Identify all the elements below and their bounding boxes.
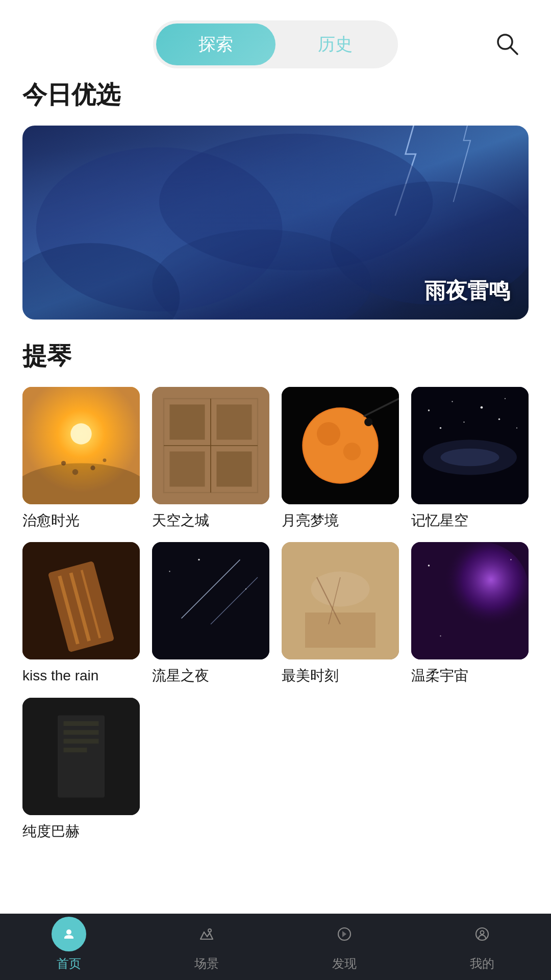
grid-item-stars[interactable]: 记忆星空 <box>411 387 529 530</box>
grid-item-kiss[interactable]: kiss the rain <box>22 542 140 685</box>
svg-point-68 <box>208 929 211 932</box>
tab-switch: 探索 历史 <box>153 20 398 68</box>
nav-item-mine[interactable]: 我的 <box>465 917 499 972</box>
grid-item-healing[interactable]: 治愈时光 <box>22 387 140 530</box>
nav-label-discover: 发现 <box>332 955 357 972</box>
svg-rect-52 <box>305 612 375 648</box>
svg-point-8 <box>70 423 91 444</box>
thumb-kiss <box>22 542 140 659</box>
nav-label-scene: 场景 <box>194 955 219 972</box>
scene-icon <box>197 925 216 943</box>
svg-point-13 <box>103 458 107 462</box>
nav-icon-scene <box>189 917 224 951</box>
svg-point-37 <box>516 427 517 428</box>
grid-item-moon[interactable]: 月亮梦境 <box>282 387 399 530</box>
svg-point-32 <box>481 406 483 409</box>
svg-point-11 <box>72 469 79 475</box>
svg-point-30 <box>428 409 430 411</box>
label-universe: 温柔宇宙 <box>411 667 529 685</box>
svg-point-72 <box>481 931 484 935</box>
home-icon <box>60 925 78 943</box>
svg-rect-63 <box>64 721 99 726</box>
label-healing: 治愈时光 <box>22 511 140 530</box>
svg-point-10 <box>61 461 66 465</box>
label-meteor: 流星之夜 <box>152 667 269 685</box>
svg-point-58 <box>428 565 430 567</box>
svg-point-48 <box>169 571 170 572</box>
svg-point-12 <box>90 465 95 470</box>
thumb-moment <box>282 542 399 659</box>
svg-point-25 <box>317 422 340 446</box>
svg-point-59 <box>510 559 511 560</box>
svg-point-57 <box>435 542 529 636</box>
svg-rect-17 <box>217 405 252 440</box>
svg-point-26 <box>343 443 361 460</box>
svg-point-28 <box>364 418 372 426</box>
featured-section: 今日优选 雨夜雷鸣 <box>0 79 551 320</box>
nav-label-mine: 我的 <box>470 955 494 972</box>
featured-banner[interactable]: 雨夜雷鸣 <box>22 126 529 320</box>
svg-rect-64 <box>64 730 99 734</box>
grid-item-sky[interactable]: 天空之城 <box>152 387 269 530</box>
svg-rect-65 <box>64 739 99 743</box>
violin-title: 提琴 <box>22 340 529 373</box>
thumb-moon <box>282 387 399 504</box>
featured-title: 今日优选 <box>22 79 529 111</box>
label-bach: 纯度巴赫 <box>22 822 140 841</box>
svg-point-34 <box>440 427 441 429</box>
svg-line-1 <box>511 47 517 54</box>
search-button[interactable] <box>494 31 520 59</box>
thumb-universe <box>411 542 529 659</box>
bottom-nav: 首页 场景 发现 我的 <box>0 914 551 980</box>
discover-icon <box>335 925 354 943</box>
tab-explore[interactable]: 探索 <box>156 23 276 65</box>
svg-point-50 <box>245 589 246 590</box>
svg-rect-19 <box>217 452 252 487</box>
mine-icon <box>473 925 491 943</box>
header: 探索 历史 <box>0 0 551 79</box>
svg-point-53 <box>311 572 370 607</box>
svg-point-36 <box>498 419 500 420</box>
grid-item-moment[interactable]: 最美时刻 <box>282 542 399 685</box>
search-icon <box>494 31 520 57</box>
grid-item-universe[interactable]: 温柔宇宙 <box>411 542 529 685</box>
svg-point-31 <box>452 401 453 402</box>
svg-point-49 <box>198 559 199 560</box>
banner-label: 雨夜雷鸣 <box>424 277 510 305</box>
nav-item-home[interactable]: 首页 <box>52 917 86 972</box>
svg-point-39 <box>441 449 499 467</box>
thumb-sky <box>152 387 269 504</box>
label-moment: 最美时刻 <box>282 667 399 685</box>
thumb-stars <box>411 387 529 504</box>
nav-icon-discover <box>327 917 362 951</box>
svg-marker-70 <box>342 931 346 937</box>
violin-section: 提琴 治愈时光 天空之城 <box>0 340 551 841</box>
svg-rect-66 <box>64 748 87 752</box>
thumb-healing <box>22 387 140 504</box>
svg-rect-62 <box>58 715 105 797</box>
svg-rect-16 <box>170 405 205 440</box>
tab-history[interactable]: 历史 <box>276 23 395 65</box>
svg-rect-18 <box>170 452 205 487</box>
violin-grid: 治愈时光 天空之城 月亮梦境 <box>22 387 529 841</box>
nav-item-discover[interactable]: 发现 <box>327 917 362 972</box>
label-stars: 记忆星空 <box>411 511 529 530</box>
label-kiss: kiss the rain <box>22 667 140 685</box>
thumb-bach <box>22 698 140 815</box>
grid-item-bach[interactable]: 纯度巴赫 <box>22 698 140 841</box>
label-sky: 天空之城 <box>152 511 269 530</box>
nav-icon-mine <box>465 917 499 951</box>
svg-point-60 <box>440 635 441 636</box>
svg-rect-45 <box>152 542 269 659</box>
nav-label-home: 首页 <box>57 955 81 972</box>
nav-icon-home <box>52 917 86 951</box>
svg-point-67 <box>66 929 71 935</box>
grid-item-meteor[interactable]: 流星之夜 <box>152 542 269 685</box>
svg-point-33 <box>505 398 506 399</box>
label-moon: 月亮梦境 <box>282 511 399 530</box>
svg-point-35 <box>463 422 464 423</box>
thumb-meteor <box>152 542 269 659</box>
svg-point-9 <box>22 463 140 505</box>
nav-item-scene[interactable]: 场景 <box>189 917 224 972</box>
